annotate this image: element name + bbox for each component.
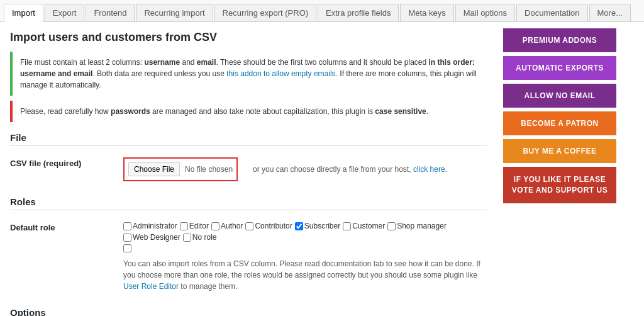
role-administrator-checkbox[interactable] xyxy=(123,222,131,230)
empty-emails-link[interactable]: this addon to allow empty emails xyxy=(226,69,335,78)
role-editor[interactable]: Editor xyxy=(180,222,209,230)
roles-description: You can also import roles from a CSV col… xyxy=(123,258,487,292)
tab-import[interactable]: Import xyxy=(4,4,43,22)
user-role-editor-link[interactable]: User Role Editor xyxy=(123,282,179,291)
tab-documentation[interactable]: Documentation xyxy=(516,4,587,21)
tab-extra-profile[interactable]: Extra profile fields xyxy=(318,4,399,21)
file-section-title: File xyxy=(10,132,487,146)
role-contributor-checkbox[interactable] xyxy=(245,222,253,230)
csv-input-cell: Choose File No file chosen or you can ch… xyxy=(123,152,487,186)
role-web-designer[interactable]: Web Designer xyxy=(123,233,180,242)
choose-file-button[interactable]: Choose File xyxy=(128,162,180,176)
role-administrator[interactable]: Administrator xyxy=(123,222,177,230)
tab-recurring-import[interactable]: Recurring import xyxy=(136,4,213,21)
role-subscriber[interactable]: Subscriber xyxy=(295,222,340,230)
role-subscriber-checkbox[interactable] xyxy=(295,222,303,230)
role-customer-checkbox[interactable] xyxy=(343,222,351,230)
role-shop-manager-checkbox[interactable] xyxy=(387,222,396,230)
tab-mail-options[interactable]: Mail options xyxy=(455,4,515,21)
roles-cell: Administrator Editor Author xyxy=(123,217,487,297)
red-notice: Please, read carefully how passwords are… xyxy=(10,101,487,122)
role-customer[interactable]: Customer xyxy=(343,222,385,230)
extra-role-checkbox[interactable] xyxy=(123,244,131,252)
role-shop-manager[interactable]: Shop manager xyxy=(387,222,447,230)
role-web-designer-checkbox[interactable] xyxy=(123,234,131,242)
file-input-area: Choose File No file chosen xyxy=(123,157,238,181)
default-role-label: Default role xyxy=(10,217,123,297)
role-author-checkbox[interactable] xyxy=(211,222,219,230)
vote-support-button[interactable]: IF YOU LIKE IT PLEASE VOTE AND SUPPORT U… xyxy=(503,167,616,203)
role-no-role-checkbox[interactable] xyxy=(183,234,191,242)
main-area: Import users and customers from CSV File… xyxy=(0,22,644,316)
role-editor-checkbox[interactable] xyxy=(180,222,188,230)
buy-me-coffee-button[interactable]: BUY ME A COFFEE xyxy=(503,139,616,163)
no-file-text: No file chosen xyxy=(185,165,233,174)
role-author[interactable]: Author xyxy=(211,222,243,230)
tab-recurring-export[interactable]: Recurring export (PRO) xyxy=(214,4,317,21)
csv-label: CSV file (required) xyxy=(10,152,123,186)
role-contributor[interactable]: Contributor xyxy=(245,222,292,230)
tab-bar: Import Export Frontend Recurring import … xyxy=(0,0,644,22)
options-section-title: Options xyxy=(10,307,487,316)
sidebar: PREMIUM ADDONS AUTOMATIC EXPORTS ALLOW N… xyxy=(497,22,623,316)
click-here-link[interactable]: click here xyxy=(413,165,445,174)
content-area: Import users and customers from CSV File… xyxy=(0,22,497,316)
roles-section-title: Roles xyxy=(10,196,487,210)
become-patron-button[interactable]: BECOME A PATRON xyxy=(503,111,616,135)
tab-meta-keys[interactable]: Meta keys xyxy=(400,4,453,21)
automatic-exports-button[interactable]: AUTOMATIC EXPORTS xyxy=(503,56,616,80)
page-wrapper: Import Export Frontend Recurring import … xyxy=(0,0,644,316)
role-no-role[interactable]: No role xyxy=(183,233,217,242)
roles-table: Default role Administrator Editor xyxy=(10,217,487,297)
premium-addons-button[interactable]: PREMIUM ADDONS xyxy=(503,28,616,52)
allow-no-email-button[interactable]: ALLOW NO EMAIL xyxy=(503,84,616,108)
green-notice: File must contain at least 2 columns: us… xyxy=(10,52,487,96)
roles-row: Administrator Editor Author xyxy=(123,222,487,242)
tab-frontend[interactable]: Frontend xyxy=(86,4,135,21)
page-title: Import users and customers from CSV xyxy=(10,31,487,44)
tab-export[interactable]: Export xyxy=(45,4,85,21)
file-table: CSV file (required) Choose File No file … xyxy=(10,152,487,186)
or-text: or you can choose directly a file from y… xyxy=(253,165,447,174)
tab-more[interactable]: More... xyxy=(589,4,631,21)
